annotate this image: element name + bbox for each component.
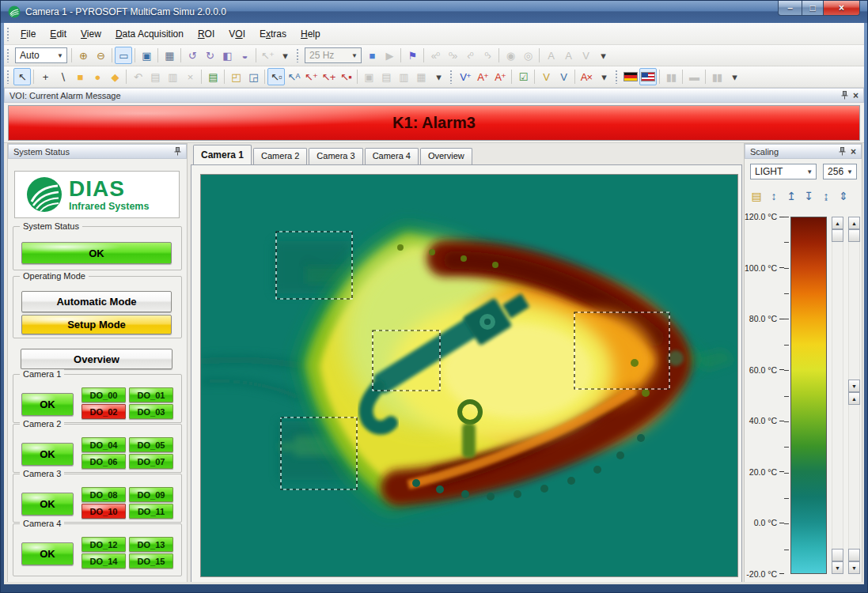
rotate-left-icon[interactable]: ↺ [184, 47, 201, 64]
menu-view[interactable]: View [74, 24, 108, 44]
upper-spin-down-button[interactable]: ▼ [832, 561, 843, 574]
record-save-icon[interactable]: ◉ [502, 47, 519, 64]
do-09-indicator[interactable]: DO_09 [129, 487, 173, 502]
toolbar-grip[interactable] [449, 70, 453, 84]
menu-roi[interactable]: ROI [191, 24, 222, 44]
order-front-icon[interactable]: ▣ [360, 68, 377, 85]
rectangle-tool-icon[interactable]: ■ [71, 68, 89, 85]
roi-label-icon[interactable]: ↖ᴬ [285, 68, 302, 85]
order-forward-icon[interactable]: ▥ [395, 68, 412, 85]
upper-spin-blank2-button[interactable] [832, 549, 843, 561]
flip-horizontal-icon[interactable]: ◧ [218, 47, 236, 64]
add-alarm-message-icon[interactable]: A⁺ [491, 68, 509, 85]
show-full-image-icon[interactable]: ▣ [138, 47, 155, 64]
camera4-status-button[interactable]: OK [21, 542, 74, 565]
menu-help[interactable]: Help [294, 24, 328, 44]
flip-vertical-icon[interactable]: ◒ [236, 47, 253, 64]
pause-display-icon[interactable]: ▮▮ [662, 68, 680, 85]
system-status-ok-button[interactable]: OK [21, 242, 172, 264]
expand-range-icon[interactable]: ↕ [765, 187, 783, 205]
add-voi-icon[interactable]: V⁺ [457, 68, 474, 85]
zoom-out-icon[interactable]: ⊖ [92, 47, 109, 64]
tab-camera2[interactable]: Camera 2 [253, 148, 307, 164]
record-single-icon[interactable]: ◎ [519, 47, 536, 64]
toolbar-grip[interactable] [615, 70, 619, 84]
order-backward-icon[interactable]: ▦ [412, 68, 430, 85]
menu-extras[interactable]: Extras [252, 24, 294, 44]
voi-toolbar-overflow-icon[interactable]: ▾ [595, 68, 612, 85]
lower-spin-blank2-button[interactable] [848, 549, 860, 561]
roi-table-icon[interactable]: ▤ [204, 68, 222, 85]
scaling-properties-icon[interactable]: ▤ [748, 187, 765, 205]
ellipse-tool-icon[interactable]: ● [89, 68, 106, 85]
roi-remove-icon[interactable]: ↖▪ [337, 68, 354, 85]
menu-data-acquisition[interactable]: Data Acquisition [108, 24, 191, 44]
order-back-icon[interactable]: ▤ [377, 68, 395, 85]
levels-combo[interactable]: 256 ▼ [823, 164, 857, 179]
open-roi-icon[interactable]: ◰ [227, 68, 244, 85]
save-voi-ascii-icon[interactable]: V [577, 47, 594, 64]
select-tool-icon[interactable]: ↖ [13, 68, 31, 85]
maximize-button[interactable]: □ [802, 1, 824, 16]
close-button[interactable]: × [824, 1, 860, 16]
do-05-indicator[interactable]: DO_05 [129, 437, 173, 452]
lower-spin-down-button[interactable]: ▼ [848, 561, 860, 574]
polygon-tool-icon[interactable]: ◆ [106, 68, 123, 85]
line-tool-icon[interactable]: ∖ [54, 68, 71, 85]
fast-backward-icon[interactable]: «⁰ [426, 47, 444, 64]
full-range-icon[interactable]: ↨ [817, 187, 835, 205]
do-11-indicator[interactable]: DO_11 [129, 504, 173, 519]
toolbar-grip[interactable] [6, 70, 10, 84]
german-language-icon[interactable] [622, 68, 639, 85]
save-roi-icon[interactable]: ◲ [244, 68, 262, 85]
toolbar-grip[interactable] [296, 48, 300, 62]
shift-up-icon[interactable]: ↥ [783, 187, 800, 205]
framerate-combo[interactable]: 25 Hz ▼ [305, 47, 362, 63]
close-panel-icon[interactable]: × [851, 147, 856, 157]
upper-spin-track[interactable] [832, 217, 843, 574]
do-06-indicator[interactable]: DO_06 [81, 454, 126, 469]
overview-button[interactable]: Overview [21, 349, 172, 369]
roi-toolbar-overflow-icon[interactable]: ▾ [430, 68, 447, 85]
do-04-indicator[interactable]: DO_04 [81, 437, 126, 452]
roi-add-alt-icon[interactable]: ↖+ [320, 68, 337, 85]
camera1-status-button[interactable]: OK [21, 393, 74, 416]
minimize-button[interactable]: – [778, 1, 802, 16]
lower-spin-mid-down-button[interactable]: ▼ [848, 380, 860, 392]
do-14-indicator[interactable]: DO_14 [81, 553, 126, 568]
undo-icon[interactable]: ↶ [129, 68, 146, 85]
do-02-indicator[interactable]: DO_02 [81, 404, 126, 419]
automatic-mode-button[interactable]: Automatic Mode [21, 291, 172, 312]
do-01-indicator[interactable]: DO_01 [129, 387, 173, 402]
save-ascii-icon[interactable]: A [542, 47, 559, 64]
select-add-icon[interactable]: ↖⁺ [259, 47, 276, 64]
append-ascii-icon[interactable]: A [559, 47, 577, 64]
toolbar-grip[interactable] [6, 48, 10, 62]
view-toolbar-overflow-icon[interactable]: ▾ [276, 47, 294, 64]
english-language-icon[interactable] [639, 68, 657, 85]
zoom-in-icon[interactable]: ⊕ [74, 47, 92, 64]
lower-spin-mid-up-button[interactable]: ▲ [848, 392, 860, 405]
do-15-indicator[interactable]: DO_15 [129, 553, 173, 568]
tab-camera3[interactable]: Camera 3 [309, 148, 362, 164]
do-07-indicator[interactable]: DO_07 [129, 454, 173, 469]
fast-forward-icon[interactable]: ⁰» [444, 47, 461, 64]
lower-spin-up-button[interactable]: ▲ [848, 217, 860, 229]
upper-spin-blank-button[interactable] [832, 229, 843, 242]
point-tool-icon[interactable]: + [36, 68, 54, 85]
stop-icon[interactable]: ■ [363, 47, 381, 64]
play-icon[interactable]: ▶ [381, 47, 398, 64]
tab-overview[interactable]: Overview [420, 148, 472, 164]
auto-range-icon[interactable]: ⇕ [835, 187, 852, 205]
freeze-line-icon[interactable]: ▬ [685, 68, 703, 85]
do-12-indicator[interactable]: DO_12 [81, 537, 126, 552]
copy-icon[interactable]: ▤ [146, 68, 164, 85]
rotate-right-icon[interactable]: ↻ [201, 47, 218, 64]
set-marker-icon[interactable]: ⚑ [404, 47, 421, 64]
pin-icon[interactable] [174, 147, 181, 156]
hold-icon[interactable]: ▮▮ [708, 68, 726, 85]
pin-icon[interactable] [839, 147, 846, 156]
roi-add-icon[interactable]: ↖⁺ [302, 68, 320, 85]
zoom-mode-combo[interactable]: Auto ▼ [15, 47, 67, 63]
add-alarm-voi-icon[interactable]: A⁺ [474, 68, 491, 85]
